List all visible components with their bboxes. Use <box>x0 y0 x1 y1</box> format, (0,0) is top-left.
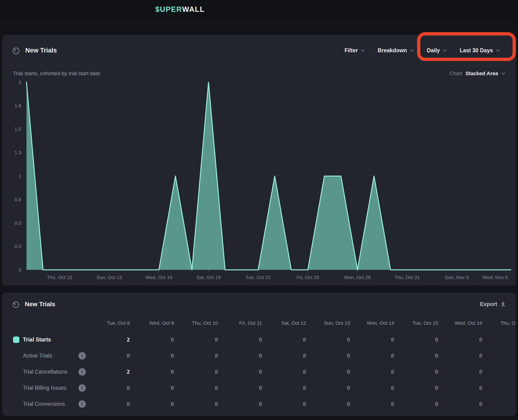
row-label-text: Active Trials <box>23 352 52 359</box>
value-cell: 0 <box>356 348 400 364</box>
export-label: Export <box>480 301 497 308</box>
svg-text:Tue, Oct 22: Tue, Oct 22 <box>246 275 271 280</box>
row-label: Trial Billing Issuesi <box>3 380 92 396</box>
svg-text:1: 1 <box>19 173 21 179</box>
value-cell: 0 <box>400 380 444 396</box>
svg-text:0.3: 0.3 <box>15 244 22 249</box>
svg-text:Thu, Oct 10: Thu, Oct 10 <box>47 275 72 280</box>
row-label: Active Trialsi <box>3 348 92 364</box>
value-cell: 0 <box>444 364 488 380</box>
svg-text:1.5: 1.5 <box>15 126 22 132</box>
info-icon[interactable]: i <box>79 400 86 408</box>
value-cell: 0 <box>136 332 180 348</box>
value-cell: 0 <box>444 332 488 348</box>
svg-text:Sun, Nov 3: Sun, Nov 3 <box>445 275 469 280</box>
value-cell: 0 <box>224 396 268 412</box>
date-range-label: Last 30 Days <box>460 47 493 54</box>
superwall-logo: $UPERWALL <box>155 0 205 19</box>
series-swatch <box>13 337 19 343</box>
row-label: Trial Cancellationsi <box>3 364 92 380</box>
chevron-down-icon <box>361 49 365 52</box>
row-label-text: Trial Conversions <box>23 401 65 407</box>
value-cell: 0 <box>400 396 444 412</box>
filter-dropdown[interactable]: Filter <box>338 47 371 54</box>
export-button[interactable]: Export <box>480 301 506 308</box>
chart-type-dropdown[interactable]: Chart Stacked Area <box>449 70 505 77</box>
column-header: Fri, Oct 11 <box>224 316 268 330</box>
value-cell: 0 <box>400 348 444 364</box>
timer-icon <box>12 47 20 55</box>
value-cell: 0 <box>180 332 224 348</box>
timer-icon <box>12 300 20 308</box>
value-cell: 0 <box>136 348 180 364</box>
svg-text:1.3: 1.3 <box>15 150 22 155</box>
new-trials-chart-card: 00.30.50.811.31.51.82Thu, Oct 10Sun, Oct… <box>2 35 516 285</box>
value-cell: 0 <box>356 396 400 412</box>
value-cell: 0 <box>268 380 312 396</box>
svg-text:Wed, Nov 6: Wed, Nov 6 <box>482 275 508 280</box>
info-icon[interactable]: i <box>79 352 86 360</box>
value-cell <box>488 380 516 396</box>
new-trials-table-card: New Trials Export Tue, Oct 8Wed, Oct 9Th… <box>2 292 516 416</box>
chevron-down-icon <box>443 49 447 52</box>
page: { "topbar": { "logo_teal": "$UPER", "log… <box>0 0 518 420</box>
value-cell: 0 <box>92 348 136 364</box>
svg-text:0: 0 <box>19 267 21 272</box>
granularity-dropdown[interactable]: Daily <box>420 47 453 54</box>
value-cell: 0 <box>224 348 268 364</box>
value-cell: 0 <box>312 380 356 396</box>
breakdown-dropdown[interactable]: Breakdown <box>371 47 420 54</box>
value-cell: 2 <box>92 364 136 380</box>
svg-text:1.8: 1.8 <box>15 103 22 108</box>
value-cell: 0 <box>268 396 312 412</box>
svg-text:0.8: 0.8 <box>15 197 22 202</box>
info-icon[interactable]: i <box>79 384 86 392</box>
column-header: Tue, Oct 15 <box>400 316 444 330</box>
value-cell: 0 <box>312 348 356 364</box>
granularity-label: Daily <box>427 47 440 54</box>
filter-label: Filter <box>344 47 358 54</box>
info-icon[interactable]: i <box>79 368 86 375</box>
value-cell: 0 <box>268 332 312 348</box>
chart-type-key: Chart <box>449 70 462 77</box>
value-cell: 0 <box>312 332 356 348</box>
column-header: Mon, Oct 14 <box>356 316 400 330</box>
trials-table: Tue, Oct 8Wed, Oct 9Thu, Oct 10Fri, Oct … <box>3 316 516 412</box>
chart-title-wrap: New Trials <box>12 47 57 55</box>
chevron-down-icon <box>502 72 505 75</box>
column-header: Sat, Oct 12 <box>268 316 312 330</box>
logo-white-part: WALL <box>182 5 205 14</box>
svg-text:0.5: 0.5 <box>15 220 22 226</box>
column-header: Thu, Oct 17 <box>488 316 516 330</box>
value-cell: 0 <box>136 396 180 412</box>
value-cell: 0 <box>224 380 268 396</box>
chart-subheader: Trial starts, cohorted by trial start da… <box>3 66 516 81</box>
table-title: New Trials <box>25 300 55 308</box>
value-cell: 0 <box>444 348 488 364</box>
column-header: Sun, Oct 13 <box>312 316 356 330</box>
date-range-dropdown[interactable]: Last 30 Days <box>453 47 506 54</box>
table-title-wrap: New Trials <box>12 300 55 308</box>
value-cell: 0 <box>400 332 444 348</box>
table-corner-cell <box>3 316 92 330</box>
value-cell: 0 <box>268 348 312 364</box>
value-cell: 0 <box>312 364 356 380</box>
column-header: Tue, Oct 8 <box>92 316 136 330</box>
value-cell: 0 <box>180 364 224 380</box>
value-cell: 0 <box>268 364 312 380</box>
value-cell <box>488 332 516 348</box>
value-cell: 0 <box>444 396 488 412</box>
value-cell: 0 <box>92 380 136 396</box>
chart-subtitle: Trial starts, cohorted by trial start da… <box>13 70 100 77</box>
chart-controls: Filter Breakdown Daily Las <box>338 47 506 54</box>
column-header: Wed, Oct 9 <box>136 316 180 330</box>
value-cell: 0 <box>356 364 400 380</box>
value-cell: 0 <box>136 364 180 380</box>
row-label-text: Trial Starts <box>23 337 51 343</box>
download-icon <box>500 301 506 308</box>
svg-text:Sun, Oct 13: Sun, Oct 13 <box>96 275 122 280</box>
value-cell: 0 <box>312 396 356 412</box>
topbar: $UPERWALL <box>0 0 518 19</box>
svg-text:Fri, Oct 25: Fri, Oct 25 <box>296 275 319 280</box>
value-cell: 0 <box>356 332 400 348</box>
